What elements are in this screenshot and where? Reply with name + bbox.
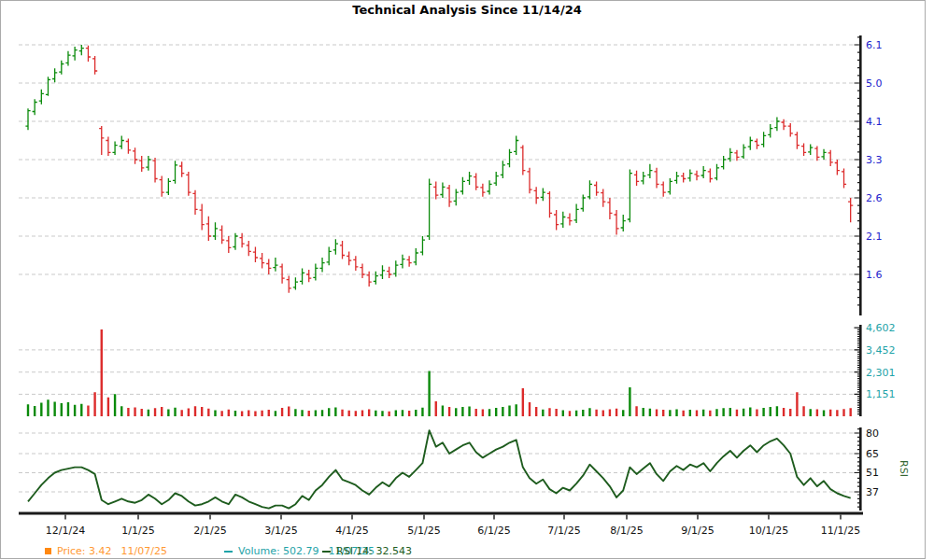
price-axis-tick-label: 6.1: [866, 39, 883, 51]
axis-labels: 6.15.04.13.32.62.11.64,6023,4522,3011,15…: [46, 39, 910, 537]
x-axis-tick-label: 4/1/25: [335, 525, 368, 537]
price-panel: [25, 45, 853, 293]
legend-volume-text: Volume: 502.79: [238, 545, 319, 557]
x-axis-tick-label: 11/1/25: [821, 525, 860, 537]
technical-analysis-widget: 6.15.04.13.32.62.11.64,6023,4522,3011,15…: [0, 0, 934, 560]
price-swatch-icon: [45, 548, 51, 554]
rsi-axis-tick-label: 80: [866, 427, 879, 440]
rsi-axis-tick-label: 65: [866, 448, 879, 460]
ohlc-bars-up: [25, 45, 826, 289]
volume-bars-down: [88, 329, 850, 416]
price-axis-tick-label: 3.3: [866, 154, 883, 166]
price-axis-tick-label: 5.0: [866, 77, 883, 90]
x-axis-tick-label: 1/1/25: [121, 525, 154, 537]
price-axis-tick-label: 1.6: [866, 269, 883, 281]
price-axis-tick-label: 2.6: [866, 192, 883, 204]
legend-price-date: 11/07/25: [121, 545, 167, 557]
legend-price: Price: 3.42 11/07/25: [45, 545, 167, 557]
x-axis-tick-label: 3/1/25: [264, 525, 297, 537]
volume-axis-tick-label: 4,602: [866, 322, 896, 334]
x-axis-tick-marks: [65, 515, 841, 520]
volume-axis-tick-label: 2,301: [866, 367, 896, 379]
x-axis-tick-label: 10/1/25: [749, 525, 788, 537]
chart-title: Technical Analysis Since 11/14/24: [0, 3, 934, 17]
x-axis-tick-label: 12/1/24: [46, 525, 85, 537]
rsi-axis-tick-label: 51: [866, 467, 879, 479]
rsi-line: [28, 430, 851, 508]
volume-panel: [28, 329, 851, 416]
legend-rsi-text: RSI 14: 32.543: [336, 545, 412, 557]
axes: [19, 35, 863, 520]
volume-bars-up: [28, 371, 824, 417]
rsi-axis-title: RSI: [898, 460, 910, 477]
grid-lines: [19, 45, 858, 492]
volume-axis-tick-label: 3,452: [866, 344, 896, 357]
chart-canvas: 6.15.04.13.32.62.11.64,6023,4522,3011,15…: [0, 0, 934, 560]
x-axis-tick-label: 8/1/25: [610, 525, 643, 537]
x-axis-tick-label: 6/1/25: [477, 525, 510, 537]
x-axis-tick-label: 9/1/25: [681, 525, 714, 537]
x-axis-tick-label: 2/1/25: [193, 525, 226, 537]
rsi-axis-tick-label: 37: [866, 486, 879, 498]
rsi-dash-icon: [322, 551, 331, 553]
widget-border: [1, 1, 926, 559]
gridlines: [19, 45, 858, 492]
legend-price-text: Price: 3.42: [57, 545, 112, 557]
x-axis-tick-label: 7/1/25: [547, 525, 580, 537]
x-axis-tick-label: 5/1/25: [407, 525, 440, 537]
volume-dash-icon: [224, 551, 233, 553]
rsi-panel: [28, 430, 851, 508]
volume-axis-tick-label: 1,151: [866, 388, 896, 400]
legend-rsi: RSI 14: 32.543: [322, 545, 412, 557]
ohlc-bars-down: [86, 46, 853, 293]
price-axis-tick-label: 4.1: [866, 116, 883, 128]
price-axis-tick-label: 2.1: [866, 231, 883, 243]
